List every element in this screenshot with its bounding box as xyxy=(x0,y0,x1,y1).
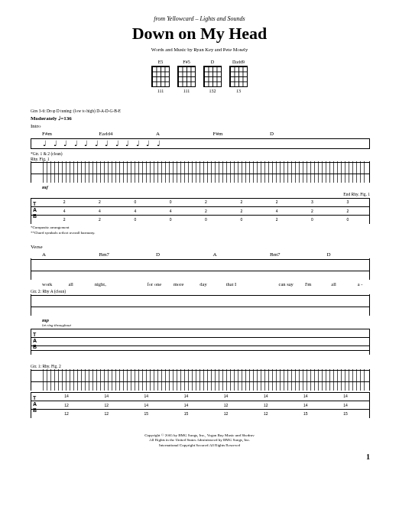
dense-notes xyxy=(43,369,365,391)
chord-name: F#5 xyxy=(177,60,196,64)
chord-name: D xyxy=(203,60,222,64)
chord-fingering: 111 xyxy=(151,89,170,93)
sheet-header: from Yellowcard – Lights and Sounds Down… xyxy=(15,15,384,52)
chord-grid xyxy=(177,66,196,87)
chord-grid xyxy=(203,66,222,87)
tempo: Moderately ♩=136 xyxy=(31,115,384,122)
verse-system: A Bm7 D A Bm7 D work all night, for one … xyxy=(15,251,384,355)
tab-staff: TAB xyxy=(31,329,370,355)
chord-fingering: 111 xyxy=(177,89,196,93)
tab-staff: TAB 242 242 040 040 220 220 242 320 320 xyxy=(31,198,370,224)
dense-notes xyxy=(43,161,365,183)
tab-numbers: 242 242 040 040 220 220 242 320 320 xyxy=(47,198,365,224)
section-verse-label: Verse xyxy=(31,244,384,250)
tab-clef: TAB xyxy=(33,201,37,219)
from-line: from Yellowcard – Lights and Sounds xyxy=(15,15,384,22)
dynamic-mark: mp xyxy=(42,317,384,323)
chord-diagram: Dadd9 13 xyxy=(229,60,248,93)
tab-clef: TAB xyxy=(33,332,37,350)
lyrics-row: work all night, for one more day that I … xyxy=(15,281,384,287)
tuning-note: Gtrs 3-6: Drop D tuning: (low to high) D… xyxy=(31,109,384,114)
chord-name: E5 xyxy=(151,60,170,64)
chord-name: Dadd9 xyxy=(229,60,248,64)
copyright: Copyright © 2005 by BMG Songs, Inc., Veg… xyxy=(15,433,384,449)
chord-diagram: E5 111 xyxy=(151,60,170,93)
performance-note: let ring throughout xyxy=(42,323,384,327)
notation-staff xyxy=(31,294,370,316)
chord-diagrams: E5 111 F#5 111 D 132 Dadd9 13 xyxy=(15,60,384,93)
chord-row: F#m Eadd4 A F#m D xyxy=(15,131,384,137)
intro-system: F#m Eadd4 A F#m D ♩ ♩ ♩ ♩ ♩ ♩ ♩ ♩ ♩ ♩ ♩ … xyxy=(15,131,384,235)
guitar-part-label: Gtr. 1: Rhy. Fig. 2 xyxy=(31,364,384,368)
melody-staff: ♩ ♩ ♩ ♩ ♩ ♩ ♩ ♩ ♩ ♩ ♩ ♩ xyxy=(31,138,370,149)
notation-staff xyxy=(31,369,370,391)
rhythm-slashes: ♩ ♩ ♩ ♩ ♩ ♩ ♩ ♩ ♩ ♩ ♩ ♩ xyxy=(43,139,365,148)
credits: Words and Music by Ryan Key and Pete Mos… xyxy=(15,47,384,52)
footnote: **Chord symbols reflect overall harmony. xyxy=(31,231,384,235)
song-title: Down on My Head xyxy=(15,24,384,44)
section-intro-label: Intro xyxy=(31,123,384,129)
chord-fingering: 13 xyxy=(229,89,248,93)
chord-fingering: 132 xyxy=(203,89,222,93)
notation-staff xyxy=(31,161,370,183)
tab-numbers: 141212 141212 141415 141415 141212 14121… xyxy=(47,392,365,418)
tab-staff: TAB 141212 141212 141415 141415 141212 1… xyxy=(31,392,370,418)
page-number: 1 xyxy=(15,453,370,461)
chord-row: A Bm7 D A Bm7 D xyxy=(15,251,384,258)
tab-clef: TAB xyxy=(33,395,37,414)
dynamic-mark: mf xyxy=(42,184,384,190)
guitar-part-label: Gtr. 2: Rhy A (clean) xyxy=(31,289,384,294)
chord-grid xyxy=(151,66,170,87)
vocal-staff xyxy=(31,258,370,280)
chord-diagram: D 132 xyxy=(203,60,222,93)
chord-grid xyxy=(229,66,248,87)
guitar-part-label: *Gtr. 1 & 2 (clean) xyxy=(31,151,384,156)
chord-diagram: F#5 111 xyxy=(177,60,196,93)
verse-system-gtr1: Gtr. 1: Rhy. Fig. 2 TAB 141212 141212 14… xyxy=(15,364,384,418)
end-rhy-fig: End Rhy. Fig. 1 xyxy=(15,192,370,196)
footnote: *Composite arrangement xyxy=(31,225,384,229)
